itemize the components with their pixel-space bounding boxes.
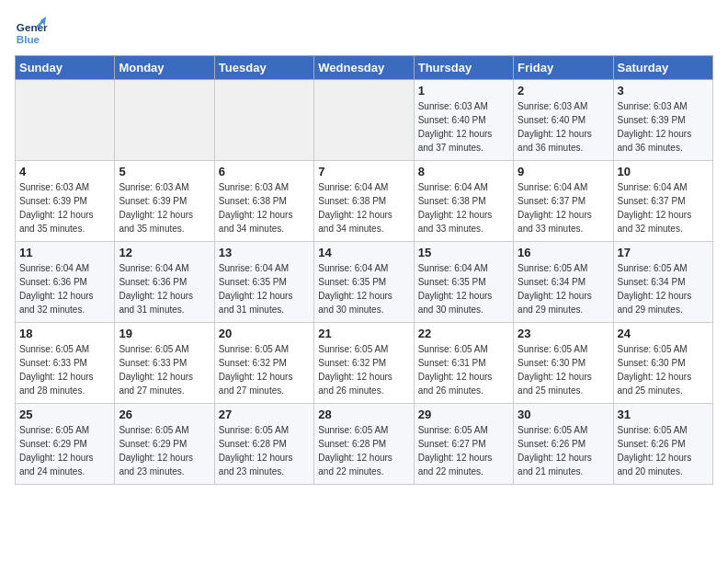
calendar-cell: 2Sunrise: 6:03 AM Sunset: 6:40 PM Daylig… xyxy=(514,80,613,161)
calendar-cell: 29Sunrise: 6:05 AM Sunset: 6:27 PM Dayli… xyxy=(414,404,513,485)
day-info: Sunrise: 6:05 AM Sunset: 6:31 PM Dayligh… xyxy=(418,342,509,397)
day-number: 30 xyxy=(518,408,609,421)
day-info: Sunrise: 6:04 AM Sunset: 6:37 PM Dayligh… xyxy=(618,180,709,236)
day-info: Sunrise: 6:05 AM Sunset: 6:32 PM Dayligh… xyxy=(219,342,310,397)
day-number: 2 xyxy=(518,84,609,98)
logo: General Blue xyxy=(15,15,48,48)
day-info: Sunrise: 6:05 AM Sunset: 6:34 PM Dayligh… xyxy=(618,261,709,316)
day-info: Sunrise: 6:05 AM Sunset: 6:32 PM Dayligh… xyxy=(318,342,409,397)
day-info: Sunrise: 6:05 AM Sunset: 6:26 PM Dayligh… xyxy=(518,423,609,478)
day-info: Sunrise: 6:04 AM Sunset: 6:35 PM Dayligh… xyxy=(219,261,310,316)
calendar-cell: 15Sunrise: 6:04 AM Sunset: 6:35 PM Dayli… xyxy=(414,242,513,323)
calendar-cell: 17Sunrise: 6:05 AM Sunset: 6:34 PM Dayli… xyxy=(613,242,712,323)
day-number: 29 xyxy=(418,408,509,421)
calendar-cell: 26Sunrise: 6:05 AM Sunset: 6:29 PM Dayli… xyxy=(115,404,214,485)
day-header-sunday: Sunday xyxy=(16,56,115,80)
calendar-cell: 22Sunrise: 6:05 AM Sunset: 6:31 PM Dayli… xyxy=(414,323,513,404)
calendar-cell: 18Sunrise: 6:05 AM Sunset: 6:33 PM Dayli… xyxy=(16,323,115,404)
calendar-week-row: 18Sunrise: 6:05 AM Sunset: 6:33 PM Dayli… xyxy=(16,323,713,404)
day-number: 23 xyxy=(518,327,609,340)
calendar-cell: 1Sunrise: 6:03 AM Sunset: 6:40 PM Daylig… xyxy=(414,80,513,161)
day-number: 22 xyxy=(418,327,509,340)
day-number: 6 xyxy=(219,165,310,178)
day-info: Sunrise: 6:03 AM Sunset: 6:40 PM Dayligh… xyxy=(418,99,509,155)
day-info: Sunrise: 6:03 AM Sunset: 6:39 PM Dayligh… xyxy=(618,99,709,155)
calendar-cell xyxy=(314,80,414,161)
day-info: Sunrise: 6:03 AM Sunset: 6:39 PM Dayligh… xyxy=(119,180,210,236)
day-number: 11 xyxy=(19,246,110,259)
calendar-cell xyxy=(214,80,313,161)
day-info: Sunrise: 6:04 AM Sunset: 6:35 PM Dayligh… xyxy=(418,261,509,316)
calendar-cell: 23Sunrise: 6:05 AM Sunset: 6:30 PM Dayli… xyxy=(514,323,613,404)
calendar-header-row: SundayMondayTuesdayWednesdayThursdayFrid… xyxy=(16,56,713,80)
day-number: 19 xyxy=(119,327,210,340)
day-number: 15 xyxy=(418,246,509,259)
calendar-cell: 28Sunrise: 6:05 AM Sunset: 6:28 PM Dayli… xyxy=(314,404,414,485)
calendar-cell: 6Sunrise: 6:03 AM Sunset: 6:38 PM Daylig… xyxy=(214,161,313,242)
day-info: Sunrise: 6:04 AM Sunset: 6:37 PM Dayligh… xyxy=(518,180,609,236)
calendar-week-row: 4Sunrise: 6:03 AM Sunset: 6:39 PM Daylig… xyxy=(16,161,713,242)
calendar-cell: 3Sunrise: 6:03 AM Sunset: 6:39 PM Daylig… xyxy=(613,80,712,161)
day-number: 16 xyxy=(518,246,609,259)
day-info: Sunrise: 6:05 AM Sunset: 6:34 PM Dayligh… xyxy=(518,261,609,316)
page-header: General Blue xyxy=(15,15,713,48)
day-number: 5 xyxy=(119,165,210,178)
calendar-cell: 27Sunrise: 6:05 AM Sunset: 6:28 PM Dayli… xyxy=(214,404,313,485)
calendar-cell: 20Sunrise: 6:05 AM Sunset: 6:32 PM Dayli… xyxy=(214,323,313,404)
calendar-cell: 4Sunrise: 6:03 AM Sunset: 6:39 PM Daylig… xyxy=(16,161,115,242)
day-number: 27 xyxy=(219,408,310,421)
day-header-friday: Friday xyxy=(514,56,613,80)
day-number: 26 xyxy=(119,408,210,421)
day-number: 10 xyxy=(618,165,709,178)
day-number: 17 xyxy=(618,246,709,259)
day-info: Sunrise: 6:03 AM Sunset: 6:38 PM Dayligh… xyxy=(219,180,310,236)
calendar-cell: 24Sunrise: 6:05 AM Sunset: 6:30 PM Dayli… xyxy=(613,323,712,404)
day-info: Sunrise: 6:05 AM Sunset: 6:29 PM Dayligh… xyxy=(19,423,110,478)
day-number: 9 xyxy=(518,165,609,178)
day-number: 3 xyxy=(618,84,709,98)
day-header-tuesday: Tuesday xyxy=(214,56,313,80)
calendar-cell xyxy=(16,80,115,161)
day-info: Sunrise: 6:05 AM Sunset: 6:26 PM Dayligh… xyxy=(618,423,709,478)
day-number: 8 xyxy=(418,165,509,178)
calendar-cell: 14Sunrise: 6:04 AM Sunset: 6:35 PM Dayli… xyxy=(314,242,414,323)
calendar-cell: 16Sunrise: 6:05 AM Sunset: 6:34 PM Dayli… xyxy=(514,242,613,323)
day-number: 31 xyxy=(618,408,709,421)
calendar-cell: 19Sunrise: 6:05 AM Sunset: 6:33 PM Dayli… xyxy=(115,323,214,404)
calendar-cell: 31Sunrise: 6:05 AM Sunset: 6:26 PM Dayli… xyxy=(613,404,712,485)
calendar-cell: 9Sunrise: 6:04 AM Sunset: 6:37 PM Daylig… xyxy=(514,161,613,242)
calendar-week-row: 11Sunrise: 6:04 AM Sunset: 6:36 PM Dayli… xyxy=(16,242,713,323)
svg-text:Blue: Blue xyxy=(17,33,40,45)
calendar-table: SundayMondayTuesdayWednesdayThursdayFrid… xyxy=(15,55,713,485)
day-info: Sunrise: 6:04 AM Sunset: 6:36 PM Dayligh… xyxy=(19,261,110,316)
day-number: 7 xyxy=(318,165,409,178)
day-number: 4 xyxy=(19,165,110,178)
day-info: Sunrise: 6:04 AM Sunset: 6:35 PM Dayligh… xyxy=(318,261,409,316)
calendar-cell: 12Sunrise: 6:04 AM Sunset: 6:36 PM Dayli… xyxy=(115,242,214,323)
calendar-week-row: 25Sunrise: 6:05 AM Sunset: 6:29 PM Dayli… xyxy=(16,404,713,485)
day-info: Sunrise: 6:04 AM Sunset: 6:36 PM Dayligh… xyxy=(119,261,210,316)
day-number: 25 xyxy=(19,408,110,421)
day-info: Sunrise: 6:04 AM Sunset: 6:38 PM Dayligh… xyxy=(418,180,509,236)
day-number: 12 xyxy=(119,246,210,259)
day-info: Sunrise: 6:05 AM Sunset: 6:33 PM Dayligh… xyxy=(19,342,110,397)
logo-icon: General Blue xyxy=(15,15,48,48)
calendar-cell: 30Sunrise: 6:05 AM Sunset: 6:26 PM Dayli… xyxy=(514,404,613,485)
day-info: Sunrise: 6:05 AM Sunset: 6:28 PM Dayligh… xyxy=(219,423,310,478)
day-header-wednesday: Wednesday xyxy=(314,56,414,80)
day-number: 18 xyxy=(19,327,110,340)
day-number: 20 xyxy=(219,327,310,340)
calendar-cell: 8Sunrise: 6:04 AM Sunset: 6:38 PM Daylig… xyxy=(414,161,513,242)
calendar-cell xyxy=(115,80,214,161)
calendar-cell: 25Sunrise: 6:05 AM Sunset: 6:29 PM Dayli… xyxy=(16,404,115,485)
calendar-cell: 11Sunrise: 6:04 AM Sunset: 6:36 PM Dayli… xyxy=(16,242,115,323)
day-info: Sunrise: 6:05 AM Sunset: 6:27 PM Dayligh… xyxy=(418,423,509,478)
day-number: 28 xyxy=(318,408,409,421)
day-info: Sunrise: 6:05 AM Sunset: 6:30 PM Dayligh… xyxy=(518,342,609,397)
day-info: Sunrise: 6:05 AM Sunset: 6:30 PM Dayligh… xyxy=(618,342,709,397)
calendar-cell: 21Sunrise: 6:05 AM Sunset: 6:32 PM Dayli… xyxy=(314,323,414,404)
day-info: Sunrise: 6:05 AM Sunset: 6:29 PM Dayligh… xyxy=(119,423,210,478)
day-info: Sunrise: 6:05 AM Sunset: 6:28 PM Dayligh… xyxy=(318,423,409,478)
day-info: Sunrise: 6:04 AM Sunset: 6:38 PM Dayligh… xyxy=(318,180,409,236)
day-number: 13 xyxy=(219,246,310,259)
